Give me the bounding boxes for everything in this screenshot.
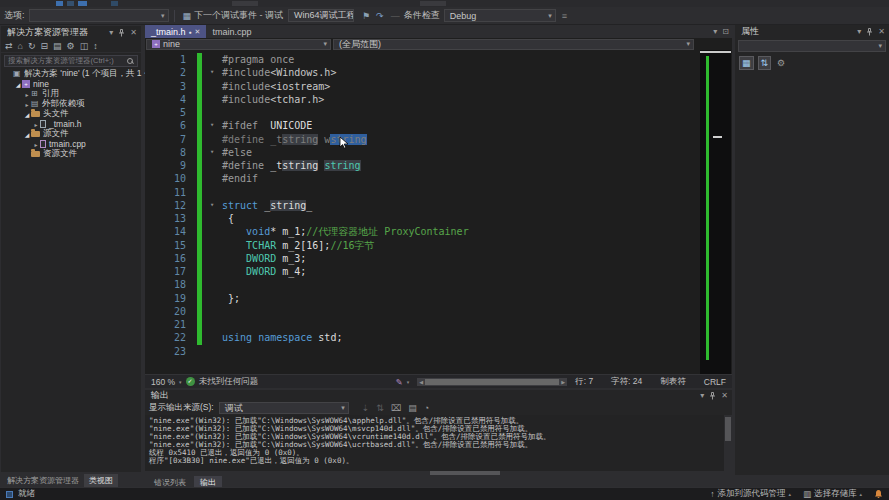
find-message-icon[interactable]: ⇣ [362,403,370,413]
debug-event-button[interactable]: 下一个调试事件 - 调试 [194,9,283,22]
dock-tab-类视图[interactable]: 类视图 [84,474,118,487]
search-box[interactable]: 搜索解决方案资源管理器(Ctrl+;) [4,55,138,67]
close-icon[interactable]: ✕ [130,28,137,37]
expand-arrow-icon[interactable]: ▸ [32,121,40,128]
fold-arrow-icon[interactable]: ▾ [202,199,222,212]
code-token: _ [306,200,312,211]
tree-item[interactable]: ▣解决方案 'nine' (1 个项目，共 1 个) [1,69,141,79]
code-text: using namespace std; [222,331,732,344]
select-repository-button[interactable]: ▥ 选择存储库 ▴ [803,488,862,500]
object-combo[interactable]: ▾ [738,40,886,52]
property-pages-icon[interactable]: ⚙ [775,57,787,69]
tree-item[interactable]: ◢+nine [1,79,141,89]
scrollbar-thumb[interactable] [430,471,500,475]
pencil-icon[interactable]: ✎ [396,377,403,387]
fold-spacer [202,292,222,305]
preview-icon[interactable]: ◫ [80,41,89,51]
close-icon[interactable]: ✕ [721,391,728,400]
notifications-bell-icon[interactable] [874,489,883,499]
code-lines: 1#pragma once2▾#include<Windows.h>3#incl… [145,53,732,358]
close-icon[interactable]: ✕ [878,27,885,36]
categorized-icon[interactable]: ▦ [739,56,754,70]
fold-arrow-icon[interactable]: ▾ [202,146,222,159]
flag-icon[interactable]: ⚑ [362,11,370,21]
chevron-down-icon: ▾ [341,404,345,412]
collapse-arrow-icon[interactable]: ◢ [14,81,22,88]
chevron-down-icon: ▾ [686,40,690,48]
health-status[interactable]: 未找到任何问题 [199,376,259,388]
horizontal-scrollbar[interactable]: ◀ ▶ [417,378,567,386]
repo-icon: ▥ [803,489,811,499]
scrollbar-thumb[interactable] [700,51,731,53]
code-token: UNICODE [270,120,312,131]
code-editor[interactable]: 1#pragma once2▾#include<Windows.h>3#incl… [145,50,732,374]
collapse-arrow-icon[interactable]: ◢ [23,131,31,138]
fold-arrow-icon[interactable]: ▾ [202,66,222,79]
toolbar-search-combo[interactable]: ▾ [29,9,169,22]
tree-item[interactable]: 资源文件 [1,149,141,159]
chevron-down-icon[interactable]: ▾ [109,28,113,37]
dock-tab-解决方案资源管理器[interactable]: 解决方案资源管理器 [2,474,84,487]
tree-item[interactable]: ◢头文件 [1,109,141,119]
chevron-down-icon[interactable]: ▾ [713,27,717,36]
alphabetical-icon[interactable]: ⇅ [758,56,772,70]
zoom-level[interactable]: 160 % [151,377,175,387]
overflow-menu-icon[interactable]: ≡ [562,11,567,21]
output-source-combo[interactable]: 调试 ▾ [219,402,349,414]
folder-icon [31,131,40,137]
toolbar-label: 选项: [4,9,25,22]
line-ending[interactable]: CRLF [704,377,726,387]
chevron-down-icon[interactable]: ▾ [700,391,704,400]
output-body[interactable]: "nine.exe"(Win32): 已加载"C:\Windows\SysWOW… [145,415,732,471]
tree-item[interactable]: ▸_tmain.h [1,119,141,129]
word-wrap-icon[interactable]: ▤ [408,403,417,413]
goto-next-icon[interactable]: ⇅ [376,403,384,413]
fold-arrow-icon[interactable]: ▾ [202,119,222,132]
close-icon[interactable]: ✕ [195,28,201,36]
chevron-down-icon[interactable]: ▾ [857,27,861,36]
sync-active-icon[interactable]: ↕ [93,41,98,51]
indent-mode[interactable]: 制表符 [660,376,686,388]
code-text: #define _tstring wstring [222,133,732,146]
solution-explorer-titlebar: 解决方案资源管理器 ▾ ✕ [1,26,141,39]
chevron-down-icon: ▾ [878,42,882,50]
pin-icon[interactable] [118,29,125,37]
history-icon[interactable]: ◔ [424,403,429,413]
refresh-icon[interactable]: ↻ [28,41,36,51]
expand-arrow-icon[interactable]: ▸ [32,141,40,148]
document-tab[interactable]: _tmain.h●✕ [145,25,206,38]
scrollbar-map[interactable] [700,50,731,374]
mode-combo[interactable]: Debug ▾ [444,9,556,22]
horizontal-scrollbar[interactable] [145,471,732,475]
vertical-scrollbar[interactable] [724,415,732,471]
type-scope-combo[interactable]: (全局范围) ▾ [333,39,694,50]
scroll-left-icon[interactable]: ◀ [417,379,425,385]
tree-item[interactable]: ◢源文件 [1,129,141,139]
tree-item[interactable]: ▸▤外部依赖项 [1,99,141,109]
properties-icon[interactable]: ⚙ [67,41,75,51]
home-icon[interactable]: ⌂ [18,41,23,51]
collapse-arrow-icon[interactable]: ◢ [23,111,31,118]
step-over-icon[interactable]: ↷ [376,11,384,21]
scrollbar-thumb[interactable] [425,379,559,385]
add-to-source-control-button[interactable]: ↑ 添加到源代码管理 ▴ [710,488,791,500]
project-config-combo[interactable]: Win64调试工程 ▾ [288,9,354,22]
code-line: 22using namespace std; [145,331,732,344]
expand-arrow-icon[interactable]: ▸ [23,91,31,98]
pin-icon[interactable] [709,392,716,400]
clear-all-icon[interactable]: ⌧ [391,403,401,413]
show-all-files-icon[interactable]: ▤ [53,41,62,51]
float-window-icon[interactable]: ⊡ [722,27,729,36]
pin-icon[interactable] [866,28,873,36]
scrollbar-thumb[interactable] [725,417,731,441]
collapse-all-icon[interactable]: ⊟ [41,41,49,51]
code-token [222,240,246,251]
toolbar-separator [174,10,175,22]
switch-views-icon[interactable]: ⇄ [5,41,13,51]
scroll-right-icon[interactable]: ▶ [559,379,567,385]
project-scope-combo[interactable]: + nine ▾ [146,39,331,50]
document-tab[interactable]: tmain.cpp [206,25,257,38]
code-token [222,226,246,237]
expand-arrow-icon[interactable]: ▸ [23,101,31,108]
modified-dot-icon: ● [189,29,192,35]
